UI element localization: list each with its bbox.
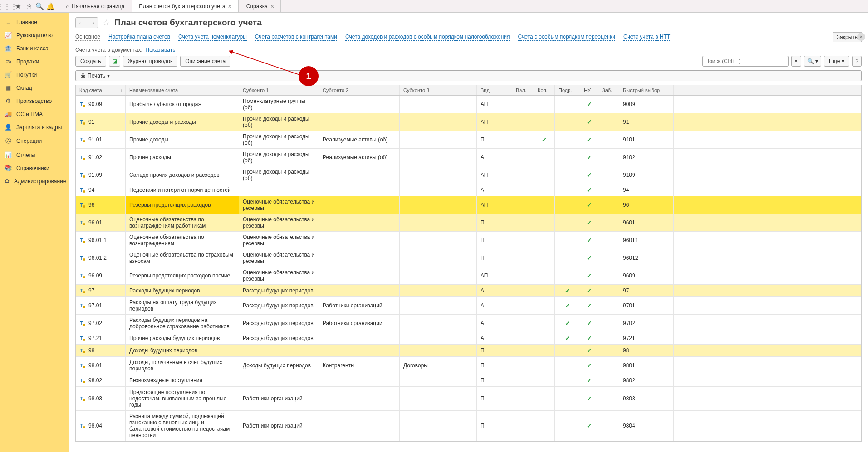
- table-row[interactable]: T98.04Разница между суммой, подлежащей в…: [76, 411, 861, 441]
- print-button[interactable]: 🖶 Печать ▾: [75, 70, 862, 81]
- subtab[interactable]: Настройка плана счетов: [108, 34, 170, 41]
- subkonto3-cell: [400, 113, 477, 131]
- column-header[interactable]: Вид: [477, 85, 512, 95]
- subtab[interactable]: Счета доходов и расходов с особым порядк…: [345, 34, 510, 41]
- more-button[interactable]: Еще ▾: [824, 56, 849, 67]
- docs-accounts-link[interactable]: Показывать: [146, 47, 176, 53]
- main-area: × ← → ☆ План счетов бухгалтерского учета…: [69, 13, 868, 452]
- column-header[interactable]: НУ: [580, 85, 598, 95]
- column-header[interactable]: Заб.: [598, 85, 619, 95]
- table-row[interactable]: T96.01.1Оценочные обязательства по возна…: [76, 232, 861, 249]
- find-button[interactable]: ◪: [109, 56, 120, 67]
- subkonto3-cell: [400, 131, 477, 148]
- table-row[interactable]: T98.01Доходы, полученные в счет будущих …: [76, 357, 861, 374]
- sidebar-item[interactable]: 📈Руководителю: [0, 29, 69, 42]
- window-tab[interactable]: Справка×: [240, 0, 281, 12]
- bell-icon[interactable]: 🔔: [45, 1, 55, 11]
- column-header[interactable]: Субконто 3: [400, 85, 477, 95]
- subtab[interactable]: Счета расчетов с контрагентами: [255, 34, 337, 41]
- table-row[interactable]: T97.21Прочие расходы будущих периодовРас…: [76, 332, 861, 345]
- account-desc-button[interactable]: Описание счета: [180, 56, 230, 67]
- column-header[interactable]: Кол.: [534, 85, 555, 95]
- quick-cell: 9721: [619, 332, 674, 344]
- table-row[interactable]: T97.02Расходы будущих периодов на добров…: [76, 315, 861, 332]
- val-cell: [512, 387, 534, 410]
- vid-cell: А: [477, 184, 512, 196]
- sidebar-item[interactable]: ▦Склад: [0, 81, 69, 94]
- star-icon[interactable]: ★: [13, 1, 23, 11]
- column-header[interactable]: Быстрый выбор: [619, 85, 674, 95]
- table-row[interactable]: T98.03Предстоящие поступления по недоста…: [76, 387, 861, 411]
- code-value: 97.02: [88, 320, 102, 326]
- search-icon[interactable]: 🔍: [34, 1, 44, 11]
- table-row[interactable]: T96.09Резервы предстоящих расходов прочи…: [76, 267, 861, 285]
- table-row[interactable]: T96.01Оценочные обязательства по вознагр…: [76, 214, 861, 232]
- window-tab[interactable]: ⌂Начальная страница: [59, 0, 131, 12]
- subtab[interactable]: Счета учета номенклатуры: [178, 34, 247, 41]
- window-tab[interactable]: План счетов бухгалтерского учета×: [132, 0, 238, 12]
- nav-back-icon[interactable]: ←: [76, 18, 87, 28]
- vid-cell: П: [477, 387, 512, 410]
- help-button[interactable]: ?: [852, 56, 862, 67]
- sidebar-item[interactable]: ≡Главное: [0, 15, 69, 29]
- account-icon: T: [79, 347, 86, 354]
- quick-cell: 9802: [619, 374, 674, 386]
- search-dropdown-button[interactable]: 🔍 ▾: [804, 56, 821, 67]
- table-row[interactable]: T91.02Прочие расходыПрочие доходы и расх…: [76, 149, 861, 166]
- clear-search-button[interactable]: ×: [791, 56, 801, 67]
- check-icon: ✓: [587, 422, 592, 429]
- table-row[interactable]: T97.01Расходы на оплату труда будущих пе…: [76, 297, 861, 315]
- sidebar-item[interactable]: ✿Администрирование: [0, 175, 69, 188]
- subkonto3-cell: [400, 285, 477, 296]
- sidebar-item[interactable]: 🛍Продажи: [0, 55, 69, 68]
- column-header[interactable]: Субконто 1: [239, 85, 319, 95]
- table-row[interactable]: T91.01Прочие доходыПрочие доходы и расхо…: [76, 131, 861, 149]
- subtab[interactable]: Счета учета в НТТ: [623, 34, 670, 41]
- close-icon[interactable]: ×: [228, 3, 232, 10]
- table-row[interactable]: T97Расходы будущих периодовРасходы будущ…: [76, 285, 861, 297]
- page-header: ← → ☆ План счетов бухгалтерского учета: [69, 13, 868, 30]
- account-icon: T: [79, 154, 86, 160]
- subtab[interactable]: Счета с особым порядком переоценки: [518, 34, 615, 41]
- sidebar-item[interactable]: 📚Справочники: [0, 161, 69, 175]
- table-row[interactable]: T90.09Прибыль / убыток от продажНоменкла…: [76, 96, 861, 113]
- column-header[interactable]: Вал.: [512, 85, 534, 95]
- zab-cell: [598, 374, 619, 386]
- sidebar-item[interactable]: 🏦Банк и касса: [0, 42, 69, 55]
- sidebar-item[interactable]: 👤Зарплата и кадры: [0, 121, 69, 134]
- column-header[interactable]: Код счета↓: [76, 85, 126, 95]
- zab-cell: [598, 166, 619, 184]
- sidebar-item[interactable]: 🚚ОС и НМА: [0, 107, 69, 121]
- table-row[interactable]: T94Недостачи и потери от порчи ценностей…: [76, 184, 861, 196]
- cell: T90.09: [76, 96, 126, 113]
- table-row[interactable]: T98Доходы будущих периодовП✓98: [76, 345, 861, 357]
- podr-cell: [555, 387, 580, 410]
- table-row[interactable]: T91Прочие доходы и расходыПрочие доходы …: [76, 113, 861, 131]
- kol-cell: [534, 357, 555, 374]
- subtab[interactable]: Основное: [75, 34, 100, 41]
- sidebar-item[interactable]: 🛒Покупки: [0, 68, 69, 81]
- sidebar-item[interactable]: ⚙Производство: [0, 94, 69, 107]
- favorite-star-icon[interactable]: ☆: [103, 18, 110, 28]
- clipboard-icon[interactable]: ⎘: [24, 1, 34, 11]
- search-input[interactable]: [702, 56, 789, 67]
- close-icon[interactable]: ×: [270, 3, 274, 10]
- table-row[interactable]: T91.09Сальдо прочих доходов и расходовПр…: [76, 166, 861, 184]
- column-header[interactable]: Субконто 2: [319, 85, 400, 95]
- sidebar-item-label: Отчеты: [16, 152, 35, 158]
- apps-icon[interactable]: ⋮⋮⋮: [2, 1, 12, 11]
- sidebar-item[interactable]: 📊Отчеты: [0, 148, 69, 161]
- nav-forward-icon[interactable]: →: [87, 18, 98, 28]
- create-button[interactable]: Создать: [75, 56, 106, 67]
- table-row[interactable]: T96Резервы предстоящих расходовОценочные…: [76, 196, 861, 214]
- column-header[interactable]: Наименование счета: [126, 85, 239, 95]
- journal-button[interactable]: Журнал проводок: [123, 56, 178, 67]
- table-row[interactable]: T98.02Безвозмездные поступленияП✓9802: [76, 374, 861, 387]
- check-icon: ✓: [565, 287, 570, 294]
- nu-cell: ✓: [580, 149, 598, 166]
- column-header[interactable]: Подр.: [555, 85, 580, 95]
- close-panel-icon[interactable]: ×: [857, 33, 865, 41]
- sidebar-item[interactable]: ⒶОперации: [0, 134, 69, 148]
- table-row[interactable]: T96.01.2Оценочные обязательства по страх…: [76, 249, 861, 267]
- subkonto3-cell: [400, 149, 477, 166]
